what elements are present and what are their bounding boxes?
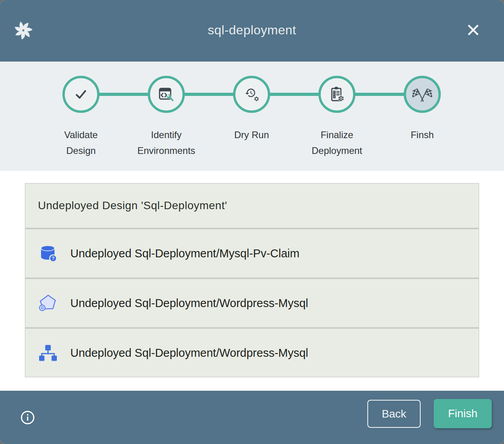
topology-tree-icon [38,343,57,362]
finish-button[interactable]: Finish [434,399,492,428]
deployment-wizard-dialog: sql-deployment Validate Design [0,0,504,444]
step-circle-identify-environments[interactable] [148,76,185,113]
step-validate-design: Validate Design [38,76,124,159]
database-question-icon: ? [38,244,57,263]
step-identify-environments: Identify Environments [124,76,209,159]
dialog-body: Undeployed Design 'Sql-Deployment' ? Und… [0,171,504,391]
message-row-wordpress-mysql-topology: Undeployed Sql-Deployment/Wordpress-Mysq… [25,329,479,377]
history-gear-icon [242,85,261,104]
step-circle-finalize-deployment[interactable] [318,76,355,113]
step-dry-run: Dry Run [209,76,294,159]
back-button[interactable]: Back [367,400,421,428]
step-circle-finish[interactable] [404,76,441,113]
close-icon[interactable] [466,22,481,37]
step-finish: Finsh [380,76,465,159]
check-icon [71,85,90,104]
step-label: Finalize Deployment [312,127,362,159]
wizard-stepper: Validate Design [0,62,504,171]
checkered-flags-icon [412,84,432,104]
code-wrench-icon [157,85,176,104]
step-label: Finsh [411,127,434,143]
deployment-message-list: Undeployed Design 'Sql-Deployment' ? Und… [25,183,479,377]
dialog-title: sql-deployment [0,23,504,37]
message-row-design: Undeployed Design 'Sql-Deployment' [25,184,479,228]
message-text: Undeployed Sql-Deployment/Wordpress-Mysq… [70,347,308,360]
modal-window: sql-deployment Validate Design [0,0,504,444]
message-text: Undeployed Sql-Deployment/Wordpress-Mysq… [70,297,308,310]
message-row-wordpress-mysql-node: Undeployed Sql-Deployment/Wordpress-Mysq… [25,279,479,327]
step-circle-dry-run[interactable] [233,76,270,113]
svg-text:?: ? [52,256,55,261]
step-label: Dry Run [234,127,269,143]
message-text: Undeployed Sql-Deployment/Mysql-Pv-Claim [70,247,299,260]
step-finalize-deployment: Finalize Deployment [294,76,380,159]
clipboard-gear-icon [327,85,346,104]
dialog-footer: Back Finish [0,391,504,444]
pentagon-node-icon [38,294,57,313]
step-circle-validate-design[interactable] [62,76,100,113]
info-icon[interactable] [20,410,35,425]
step-label: Identify Environments [137,127,196,159]
message-text: Undeployed Design 'Sql-Deployment' [38,199,227,212]
message-row-mysql-pv-claim: ? Undeployed Sql-Deployment/Mysql-Pv-Cla… [25,229,479,277]
dialog-header: sql-deployment [0,0,504,62]
step-label: Validate Design [64,127,98,159]
